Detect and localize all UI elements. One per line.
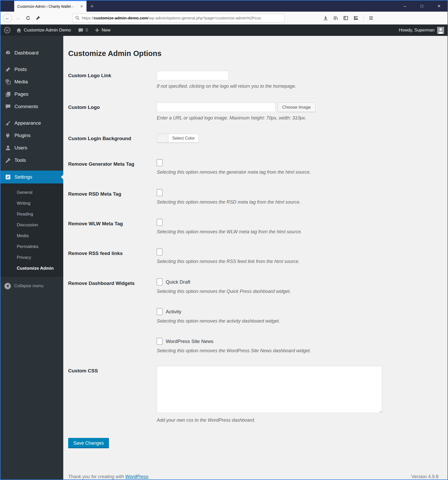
sidebar-item-tools[interactable]: Tools	[1, 154, 63, 166]
sidebar-item-label: Settings	[14, 174, 32, 180]
extensions-icon[interactable]	[353, 15, 358, 21]
remove-wlw-checkbox[interactable]	[157, 219, 162, 226]
my-account-menu-item[interactable]: Howdy, Superman	[399, 27, 444, 34]
field-label: Remove Dashboard Widgets	[68, 278, 157, 354]
new-content-menu-item[interactable]: New	[95, 28, 111, 33]
choose-image-button[interactable]: Choose Image	[278, 102, 316, 112]
url-bar[interactable]: https://customize-admin-demo.com/wp-admi…	[72, 14, 285, 22]
tab-title: Customize Admin ‹ Charity Wallet –	[17, 4, 79, 9]
submenu-item-general[interactable]: General	[1, 187, 63, 198]
comments-menu-item[interactable]: 0	[78, 28, 88, 33]
wordpress-site-news-checkbox[interactable]	[157, 338, 162, 345]
admin-footer: Thank you for creating with WordPress. V…	[68, 474, 447, 479]
sidebar-item-label: Pages	[14, 91, 28, 97]
quick-draft-checkbox[interactable]	[157, 278, 162, 285]
media-icon	[5, 79, 11, 85]
person-icon	[437, 27, 444, 34]
sidebar-item-posts[interactable]: Posts	[1, 63, 63, 76]
field-help: Add your own css to the WordPress dashbo…	[157, 417, 447, 423]
row-remove-dashboard-widgets: Remove Dashboard Widgets Quick Draft Sel…	[68, 278, 447, 354]
menu-hamburger-icon[interactable]	[368, 15, 374, 21]
remove-rsd-checkbox[interactable]	[157, 189, 162, 196]
submenu-item-permalinks[interactable]: Permalinks	[1, 241, 63, 252]
menu-separator	[1, 59, 63, 63]
field-label: Remove RSS feed links	[68, 249, 157, 264]
field-help: Selecting this option removes the activi…	[157, 318, 447, 324]
row-remove-rss-links: Remove RSS feed links Selecting this opt…	[68, 249, 447, 264]
new-tab-button[interactable]: +	[87, 1, 97, 12]
submenu-item-writing[interactable]: Writing	[1, 198, 63, 209]
submenu-item-reading[interactable]: Reading	[1, 209, 63, 220]
sidebar-item-dashboard[interactable]: Dashboard	[1, 47, 63, 59]
collapse-menu-button[interactable]: Collapse menu	[1, 281, 63, 291]
search-icon	[75, 16, 80, 20]
field-help: Enter a URL or upload logo image. Maximu…	[157, 115, 447, 121]
submenu-item-customize-admin[interactable]: Customize Admin	[1, 263, 63, 274]
library-icon[interactable]	[333, 15, 338, 21]
select-color-button[interactable]: Select Color	[157, 134, 199, 143]
sidebar-item-users[interactable]: Users	[1, 142, 63, 154]
submenu-item-privacy[interactable]: Privacy	[1, 252, 63, 263]
minimize-button[interactable]: –	[396, 1, 413, 12]
field-label: Custom Login Background	[68, 134, 157, 143]
settings-page: Customize Admin Options Custom Logo Link…	[63, 36, 447, 479]
submenu-item-discussion[interactable]: Discussion	[1, 220, 63, 230]
field-label: Remove RSD Meta Tag	[68, 189, 157, 205]
field-label: Custom Logo	[68, 102, 157, 121]
checkbox-label: Activity	[166, 309, 181, 315]
remove-generator-checkbox[interactable]	[157, 159, 162, 166]
remove-rss-checkbox[interactable]	[157, 249, 162, 255]
wrench-icon[interactable]	[34, 15, 42, 20]
wordpress-link[interactable]: WordPress	[125, 474, 148, 479]
sidebar-item-appearance[interactable]: Appearance	[1, 117, 63, 129]
sidebar-item-settings[interactable]: Settings	[1, 171, 63, 183]
activity-checkbox[interactable]	[157, 308, 162, 315]
wp-logo-icon[interactable]: W	[4, 27, 11, 34]
custom-logo-link-input[interactable]	[157, 71, 229, 80]
footer-thanks: Thank you for creating with WordPress.	[68, 474, 150, 479]
sidebar-item-comments[interactable]: Comments	[1, 100, 63, 113]
save-changes-button[interactable]: Save Changes	[68, 438, 109, 448]
plug-icon	[5, 133, 11, 138]
menu-separator	[1, 113, 63, 117]
widget-option-site-news: WordPress Site News Selecting this optio…	[157, 338, 447, 354]
custom-logo-url-input[interactable]	[157, 102, 276, 112]
reload-button[interactable]	[24, 16, 32, 20]
downloads-icon[interactable]	[323, 15, 328, 21]
sidebar-item-label: Plugins	[14, 133, 30, 138]
row-remove-rsd-meta: Remove RSD Meta Tag Selecting this optio…	[68, 189, 447, 205]
site-menu-item[interactable]: Customize Admin Demo	[16, 28, 71, 33]
widget-option-activity: Activity Selecting this option removes t…	[157, 308, 447, 324]
row-custom-css: Custom CSS Add your own css to the WordP…	[68, 366, 447, 423]
sidebar-item-label: Posts	[14, 67, 27, 72]
url-host: customize-admin-demo.com	[94, 16, 148, 20]
close-button[interactable]: ×	[430, 1, 447, 12]
url-text: https://customize-admin-demo.com/wp-admi…	[82, 16, 261, 20]
svg-text:W: W	[6, 28, 9, 32]
settings-sliders-icon	[5, 174, 11, 180]
submenu-item-media[interactable]: Media	[1, 230, 63, 241]
browser-titlebar: Customize Admin ‹ Charity Wallet – × + –…	[1, 1, 447, 12]
avatar	[437, 27, 444, 34]
sidebar-item-label: Dashboard	[14, 50, 38, 56]
sidebar-item-media[interactable]: Media	[1, 76, 63, 88]
row-remove-generator-meta: Remove Generator Meta Tag Selecting this…	[68, 159, 447, 175]
customize-admin-form: Custom Logo Link If not specified, click…	[68, 71, 447, 448]
new-label: New	[102, 28, 111, 33]
tools-wrench-icon	[5, 157, 11, 163]
sidebar-toggle-icon[interactable]	[343, 15, 348, 21]
collapse-menu-label: Collapse menu	[14, 283, 43, 289]
field-help: Selecting this option removes the WLW me…	[157, 229, 447, 235]
back-button[interactable]: ←	[3, 14, 12, 22]
forward-button[interactable]: →	[14, 15, 22, 21]
tab-close-icon[interactable]: ×	[79, 4, 84, 9]
sidebar-item-plugins[interactable]: Plugins	[1, 129, 63, 142]
paintbrush-icon	[5, 120, 11, 126]
maximize-button[interactable]: □	[413, 1, 430, 12]
reload-icon	[26, 16, 30, 20]
browser-toolbar: ← → https://customize-admin-demo.com/wp-…	[1, 12, 447, 25]
sidebar-item-pages[interactable]: Pages	[1, 88, 63, 100]
wp-admin-menu: Dashboard Posts Media	[1, 36, 63, 479]
browser-tab[interactable]: Customize Admin ‹ Charity Wallet – ×	[14, 1, 87, 12]
custom-css-textarea[interactable]	[157, 366, 382, 413]
